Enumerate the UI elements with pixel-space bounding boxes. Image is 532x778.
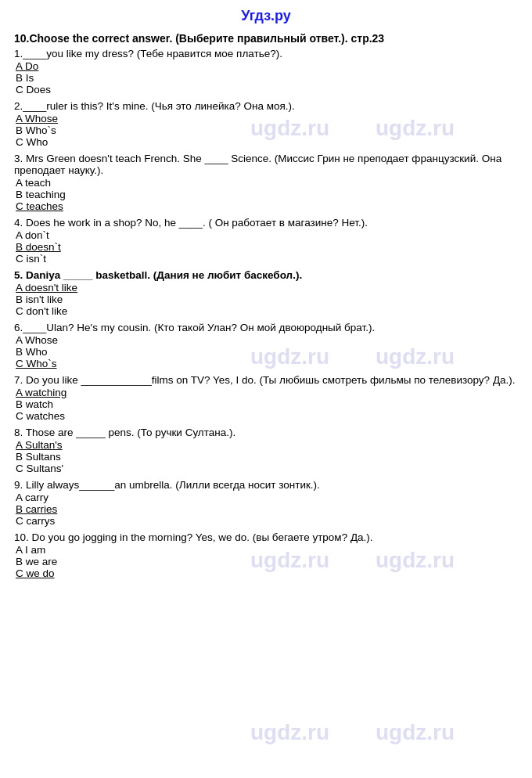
question-7-option-c: C watches bbox=[16, 410, 518, 422]
main-content: 10.Choose the correct answer. (Выберите … bbox=[0, 29, 532, 592]
question-9: 9. Lilly always______an umbrella. (Лилли… bbox=[14, 479, 518, 527]
question-10-option-b: B we are bbox=[16, 556, 518, 567]
question-2: 2.____ruler is this? It's mine. (Чья это… bbox=[14, 100, 518, 148]
question-5-text: 5. Daniya _____ basketball. (Дания не лю… bbox=[14, 269, 518, 281]
question-7-option-b: B watch bbox=[16, 398, 518, 410]
question-6-option-c: C Who`s bbox=[16, 358, 518, 369]
question-9-option-b: B carries bbox=[16, 503, 518, 515]
question-10-option-c: C we do bbox=[16, 567, 518, 579]
site-title: Угдз.ру bbox=[241, 8, 291, 23]
question-10: 10. Do you go jogging in the morning? Ye… bbox=[14, 531, 518, 579]
question-8-text: 8. Those are _____ pens. (То ручки Султа… bbox=[14, 427, 518, 438]
question-4-option-a: A don`t bbox=[16, 229, 518, 241]
question-4: 4. Does he work in a shop? No, he ____. … bbox=[14, 217, 518, 265]
site-header: Угдз.ру bbox=[0, 0, 532, 29]
question-2-option-a: A Whose bbox=[16, 113, 518, 124]
question-3-text: 3. Mrs Green doesn't teach French. She _… bbox=[14, 153, 518, 176]
question-9-option-c: C carrys bbox=[16, 515, 518, 527]
watermark-7: ugdz.ru bbox=[250, 720, 329, 745]
question-2-option-b: B Who`s bbox=[16, 124, 518, 136]
question-7-text: 7. Do you like ____________films on TV? … bbox=[14, 374, 518, 386]
question-6-option-a: A Whose bbox=[16, 334, 518, 346]
question-5-option-a: A doesn't like bbox=[16, 282, 518, 294]
question-6-option-b: B Who bbox=[16, 346, 518, 358]
question-5: 5. Daniya _____ basketball. (Дания не лю… bbox=[14, 269, 518, 317]
question-1-option-b: B Is bbox=[16, 72, 518, 84]
question-9-text: 9. Lilly always______an umbrella. (Лилли… bbox=[14, 479, 518, 491]
question-10-option-a: A I am bbox=[16, 544, 518, 556]
question-3-option-c: C teaches bbox=[16, 200, 518, 212]
question-8-option-a: A Sultan's bbox=[16, 439, 518, 451]
question-3-option-b: B teaching bbox=[16, 189, 518, 200]
question-9-option-a: A carry bbox=[16, 492, 518, 503]
question-5-option-c: C don't like bbox=[16, 305, 518, 317]
question-7-option-a: A watching bbox=[16, 387, 518, 398]
question-10-text: 10. Do you go jogging in the morning? Ye… bbox=[14, 531, 518, 543]
question-2-text: 2.____ruler is this? It's mine. (Чья это… bbox=[14, 100, 518, 112]
exercise-title: 10.Choose the correct answer. (Выберите … bbox=[14, 32, 518, 45]
question-5-option-b: B isn't like bbox=[16, 294, 518, 305]
question-6: 6.____Ulan? He's my cousin. (Кто такой У… bbox=[14, 322, 518, 369]
question-3-option-a: A teach bbox=[16, 177, 518, 189]
question-1-option-a: A Do bbox=[16, 60, 518, 72]
question-3: 3. Mrs Green doesn't teach French. She _… bbox=[14, 153, 518, 212]
question-8-option-b: B Sultans bbox=[16, 451, 518, 463]
question-6-text: 6.____Ulan? He's my cousin. (Кто такой У… bbox=[14, 322, 518, 333]
question-7: 7. Do you like ____________films on TV? … bbox=[14, 374, 518, 422]
question-4-option-b: B doesn`t bbox=[16, 241, 518, 253]
question-1-text: 1.____you like my dress? (Тебе нравится … bbox=[14, 48, 518, 59]
question-2-option-c: C Who bbox=[16, 136, 518, 148]
question-8-option-c: C Sultans' bbox=[16, 463, 518, 474]
question-4-option-c: C isn`t bbox=[16, 253, 518, 265]
question-1-option-c: C Does bbox=[16, 84, 518, 95]
question-8: 8. Those are _____ pens. (То ручки Султа… bbox=[14, 427, 518, 474]
watermark-8: ugdz.ru bbox=[376, 720, 455, 745]
question-1: 1.____you like my dress? (Тебе нравится … bbox=[14, 48, 518, 95]
question-4-text: 4. Does he work in a shop? No, he ____. … bbox=[14, 217, 518, 229]
